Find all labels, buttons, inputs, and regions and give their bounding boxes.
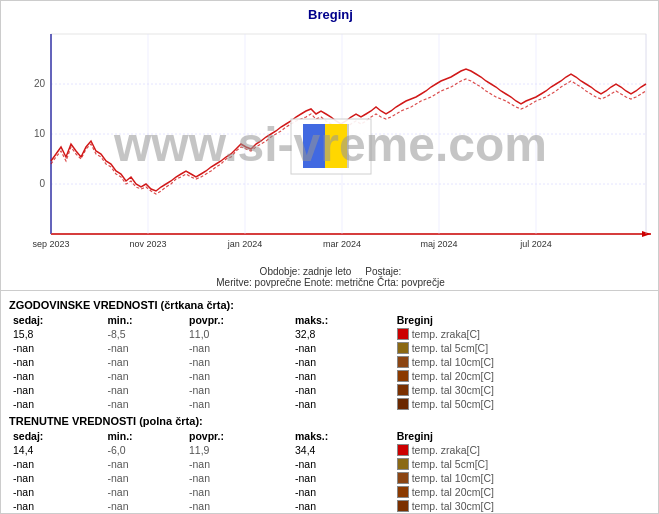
chart-svg: 20 10 0 sep 2023 nov bbox=[1, 24, 659, 264]
color-indicator bbox=[397, 444, 409, 456]
col-min-curr: min.: bbox=[103, 429, 185, 443]
table-row: -nan-nan-nan-nantemp. tal 5cm[C] bbox=[9, 457, 652, 471]
label-cell: temp. tal 5cm[C] bbox=[393, 341, 652, 355]
row-label: temp. zraka[C] bbox=[412, 328, 480, 340]
svg-text:0: 0 bbox=[39, 178, 45, 189]
label-cell: temp. tal 10cm[C] bbox=[393, 471, 652, 485]
row-label: temp. tal 5cm[C] bbox=[412, 342, 488, 354]
chart-meta: Obdobje: zadnje leto Postaje: Meritve: p… bbox=[1, 264, 659, 291]
svg-text:20: 20 bbox=[34, 78, 46, 89]
table-row: -nan-nan-nan-nantemp. tal 50cm[C] bbox=[9, 397, 652, 411]
table-row: -nan-nan-nan-nantemp. tal 30cm[C] bbox=[9, 383, 652, 397]
historical-table: sedaj: min.: povpr.: maks.: Breginj 15,8… bbox=[9, 313, 652, 411]
col-maks-curr: maks.: bbox=[291, 429, 393, 443]
svg-text:mar 2024: mar 2024 bbox=[323, 239, 361, 249]
label-cell: temp. tal 50cm[C] bbox=[393, 397, 652, 411]
current-title: TRENUTNE VREDNOSTI (polna črta): bbox=[9, 415, 652, 427]
label-cell: temp. tal 30cm[C] bbox=[393, 383, 652, 397]
label-cell: temp. tal 20cm[C] bbox=[393, 369, 652, 383]
svg-text:jan 2024: jan 2024 bbox=[227, 239, 263, 249]
svg-text:jul 2024: jul 2024 bbox=[519, 239, 552, 249]
color-indicator bbox=[397, 356, 409, 368]
data-section: ZGODOVINSKE VREDNOSTI (črtkana črta): se… bbox=[1, 291, 659, 514]
table-row: -nan-nan-nan-nantemp. tal 10cm[C] bbox=[9, 471, 652, 485]
row-label: temp. tal 5cm[C] bbox=[412, 458, 488, 470]
svg-text:nov 2023: nov 2023 bbox=[129, 239, 166, 249]
row-label: temp. tal 10cm[C] bbox=[412, 356, 494, 368]
color-indicator bbox=[397, 472, 409, 484]
svg-text:maj 2024: maj 2024 bbox=[420, 239, 457, 249]
table-row: -nan-nan-nan-nantemp. tal 5cm[C] bbox=[9, 341, 652, 355]
main-container: Breginj 20 10 0 bbox=[1, 1, 659, 514]
col-povpr-curr: povpr.: bbox=[185, 429, 291, 443]
row-label: temp. tal 30cm[C] bbox=[412, 500, 494, 512]
color-indicator bbox=[397, 384, 409, 396]
historical-title: ZGODOVINSKE VREDNOSTI (črtkana črta): bbox=[9, 299, 652, 311]
color-indicator bbox=[397, 328, 409, 340]
meta-meritve: Meritve: povprečne Enote: metrične Črta:… bbox=[216, 277, 444, 288]
meta-period: Obdobje: zadnje leto Postaje: bbox=[260, 266, 402, 277]
row-label: temp. tal 20cm[C] bbox=[412, 370, 494, 382]
table-row: 15,8-8,511,032,8temp. zraka[C] bbox=[9, 327, 652, 341]
color-indicator bbox=[397, 342, 409, 354]
svg-rect-26 bbox=[347, 124, 349, 168]
label-cell: temp. tal 5cm[C] bbox=[393, 457, 652, 471]
color-indicator bbox=[397, 486, 409, 498]
color-indicator bbox=[397, 398, 409, 410]
color-indicator bbox=[397, 370, 409, 382]
label-cell: temp. tal 10cm[C] bbox=[393, 355, 652, 369]
row-label: temp. zraka[C] bbox=[412, 444, 480, 456]
table-row: 14,4-6,011,934,4temp. zraka[C] bbox=[9, 443, 652, 457]
color-indicator bbox=[397, 500, 409, 512]
row-label: temp. tal 30cm[C] bbox=[412, 384, 494, 396]
col-station-curr: Breginj bbox=[393, 429, 652, 443]
label-cell: temp. tal 30cm[C] bbox=[393, 499, 652, 513]
col-maks-hist: maks.: bbox=[291, 313, 393, 327]
col-sedaj-curr: sedaj: bbox=[9, 429, 103, 443]
chart-area: 20 10 0 sep 2023 nov bbox=[1, 24, 659, 264]
svg-text:sep 2023: sep 2023 bbox=[32, 239, 69, 249]
table-row: -nan-nan-nan-nantemp. tal 20cm[C] bbox=[9, 369, 652, 383]
row-label: temp. tal 10cm[C] bbox=[412, 472, 494, 484]
table-row: -nan-nan-nan-nantemp. tal 20cm[C] bbox=[9, 485, 652, 499]
svg-rect-25 bbox=[325, 124, 347, 168]
current-table: sedaj: min.: povpr.: maks.: Breginj 14,4… bbox=[9, 429, 652, 514]
table-row: -nan-nan-nan-nantemp. tal 30cm[C] bbox=[9, 499, 652, 513]
col-station-hist: Breginj bbox=[393, 313, 652, 327]
table-row: -nan-nan-nan-nantemp. tal 10cm[C] bbox=[9, 355, 652, 369]
color-indicator bbox=[397, 458, 409, 470]
label-cell: temp. tal 20cm[C] bbox=[393, 485, 652, 499]
row-label: temp. tal 20cm[C] bbox=[412, 486, 494, 498]
chart-title: Breginj bbox=[1, 1, 659, 24]
col-povpr-hist: povpr.: bbox=[185, 313, 291, 327]
label-cell: temp. zraka[C] bbox=[393, 327, 652, 341]
svg-rect-24 bbox=[303, 124, 325, 168]
col-sedaj-hist: sedaj: bbox=[9, 313, 103, 327]
col-min-hist: min.: bbox=[103, 313, 185, 327]
row-label: temp. tal 50cm[C] bbox=[412, 398, 494, 410]
label-cell: temp. zraka[C] bbox=[393, 443, 652, 457]
svg-text:10: 10 bbox=[34, 128, 46, 139]
